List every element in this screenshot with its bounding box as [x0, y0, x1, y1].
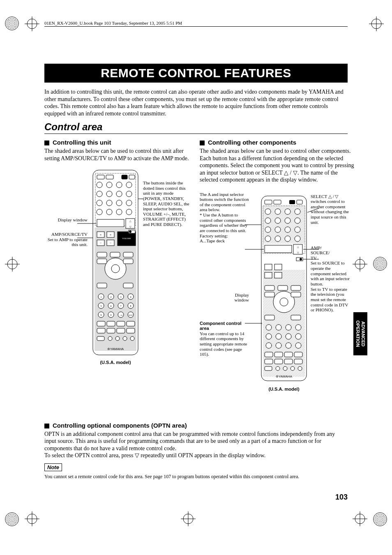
callout-comp-area-body: You can control up to 14 different compo…: [200, 331, 247, 357]
svg-rect-99: [117, 328, 125, 333]
bullet-icon: [44, 140, 49, 145]
svg-point-132: [285, 236, 291, 242]
svg-rect-65: [97, 259, 107, 264]
svg-text:+: +: [110, 233, 112, 237]
svg-point-155: [286, 325, 291, 330]
svg-rect-149: [265, 292, 274, 297]
callout-a-input: The A and input selector buttons switch …: [200, 192, 249, 244]
svg-point-139: [300, 258, 302, 260]
svg-text:VOLUME: VOLUME: [122, 237, 131, 240]
svg-rect-98: [107, 328, 115, 333]
callout-select: SELECT △ / ▽ switches control to another…: [311, 194, 352, 225]
svg-point-174: [276, 366, 280, 371]
svg-point-145: [280, 298, 288, 306]
svg-point-159: [286, 334, 291, 339]
left-model-caption: (U.S.A. model): [93, 360, 138, 365]
svg-rect-141: [265, 272, 272, 278]
right-heading-text: Controlling other components: [208, 139, 296, 146]
svg-point-105: [130, 336, 134, 341]
svg-rect-46: [122, 175, 127, 179]
svg-point-32: [97, 191, 102, 197]
svg-rect-117: [297, 200, 302, 204]
svg-point-126: [265, 227, 271, 233]
svg-rect-62: [97, 252, 107, 257]
svg-text:ENT: ENT: [129, 314, 133, 316]
svg-point-125: [295, 218, 300, 223]
svg-point-130: [265, 236, 271, 242]
svg-point-33: [106, 191, 112, 197]
svg-rect-171: [284, 359, 293, 364]
bullet-icon: [44, 424, 49, 428]
svg-rect-165: [265, 352, 273, 357]
svg-point-124: [285, 218, 291, 223]
svg-rect-96: [127, 321, 135, 326]
svg-rect-150: [291, 292, 301, 297]
svg-rect-151: [265, 315, 274, 320]
svg-point-119: [275, 209, 281, 214]
svg-point-30: [116, 182, 122, 188]
svg-point-40: [97, 209, 102, 215]
note-label: Note: [44, 463, 62, 471]
note-text: You cannot set a remote control code for…: [44, 474, 348, 480]
svg-text:△: △: [129, 220, 131, 222]
callout-dotted-buttons: The buttons inside the dotted lines cont…: [143, 180, 190, 227]
svg-rect-168: [294, 352, 302, 357]
right-body: The shaded areas below can be used to co…: [200, 147, 356, 184]
svg-rect-67: [97, 283, 107, 288]
svg-point-61: [111, 265, 120, 273]
svg-text:2: 2: [111, 296, 112, 298]
svg-point-153: [266, 325, 272, 330]
left-remote-figure: △ ▽: [44, 166, 192, 388]
svg-point-34: [116, 191, 122, 197]
header-line: 01EN_RX-V2600_U.book Page 103 Tuesday, S…: [44, 21, 348, 27]
svg-rect-45: [106, 175, 113, 179]
svg-point-133: [295, 236, 300, 242]
svg-point-39: [126, 200, 132, 206]
svg-rect-140: [265, 264, 272, 270]
svg-text:−: −: [100, 241, 102, 245]
svg-text:▽: ▽: [297, 251, 299, 254]
svg-point-158: [276, 334, 281, 339]
svg-point-43: [126, 209, 132, 215]
callout-amp-source: AMP/SOURCE/TV Set to AMP to operate this…: [44, 232, 88, 247]
svg-rect-64: [123, 252, 133, 257]
svg-point-59: [129, 230, 131, 233]
svg-rect-100: [127, 328, 135, 333]
svg-rect-166: [274, 352, 283, 357]
optn-heading: Controlling optional components (OPTN ar…: [44, 422, 348, 429]
svg-rect-115: [274, 200, 281, 204]
svg-text:4: 4: [130, 296, 131, 298]
svg-rect-66: [123, 259, 133, 264]
svg-point-157: [266, 334, 272, 339]
callout-display-window: Display window: [44, 217, 88, 223]
svg-point-123: [275, 218, 281, 223]
svg-rect-146: [265, 286, 274, 290]
svg-point-162: [276, 343, 281, 348]
callout-display-window-right: Display window: [220, 292, 249, 303]
svg-text:3: 3: [120, 296, 122, 298]
svg-point-37: [106, 200, 112, 206]
svg-rect-147: [278, 286, 288, 290]
svg-point-129: [295, 227, 300, 233]
bullet-icon: [200, 140, 205, 145]
svg-point-163: [286, 343, 291, 348]
svg-rect-93: [97, 321, 105, 326]
svg-text:7: 7: [120, 305, 122, 307]
svg-rect-142: [274, 264, 282, 270]
side-tab-text: ADVANCED OPERATION: [355, 320, 366, 347]
svg-rect-172: [294, 359, 302, 364]
svg-point-121: [295, 209, 300, 214]
section-title: Control area: [44, 121, 348, 134]
svg-point-127: [275, 227, 281, 233]
svg-point-28: [97, 182, 102, 188]
svg-rect-95: [117, 321, 125, 326]
svg-text:8: 8: [130, 305, 131, 307]
optn-body: OPTN is an additional component control …: [44, 431, 348, 459]
right-remote-figure: △ ▽: [200, 188, 356, 418]
svg-point-103: [115, 336, 120, 341]
svg-rect-170: [274, 359, 283, 364]
svg-text:⊛YAMAHA: ⊛YAMAHA: [276, 375, 293, 378]
svg-rect-24: [97, 219, 124, 227]
svg-rect-68: [123, 283, 133, 288]
svg-text:1: 1: [101, 296, 102, 298]
